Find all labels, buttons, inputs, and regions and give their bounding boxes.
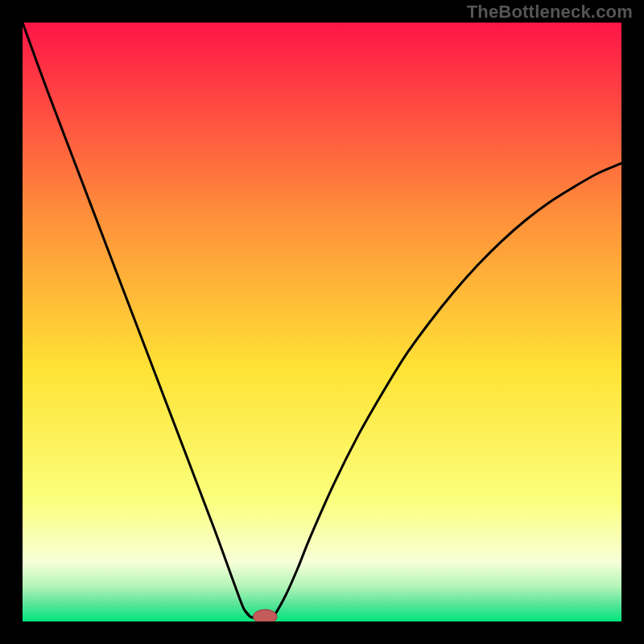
watermark-text: TheBottleneck.com bbox=[467, 2, 633, 23]
plot-area bbox=[23, 23, 621, 621]
chart-svg bbox=[23, 23, 621, 621]
gradient-background bbox=[23, 23, 621, 621]
minimum-marker bbox=[253, 609, 277, 621]
chart-frame: TheBottleneck.com bbox=[0, 0, 644, 644]
